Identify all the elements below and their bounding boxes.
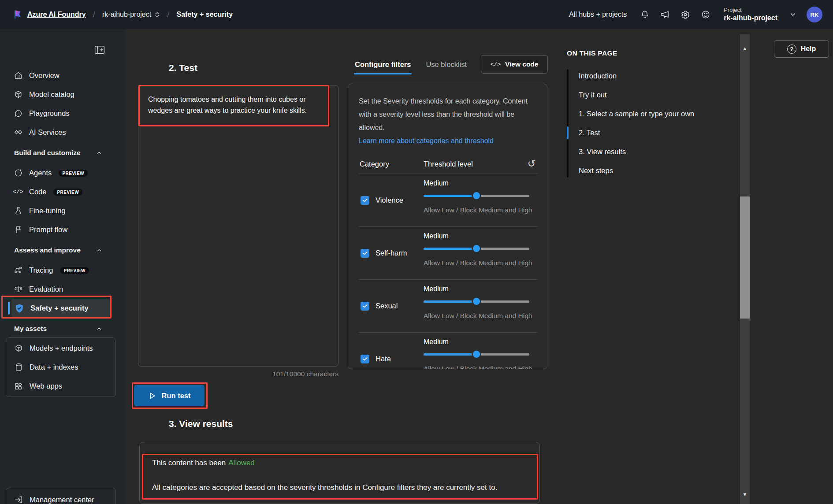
threshold-description: Allow Low / Block Medium and High [424,257,535,269]
sidebar-item-web-apps[interactable]: Web apps [6,377,115,396]
category-name: Sexual [376,302,398,310]
prompt-flow-icon [13,225,23,235]
sidebar-item-management-center[interactable]: Management center [6,490,115,504]
sidebar-item-tracing[interactable]: Tracing PREVIEW [0,261,125,280]
sidebar-item-overview[interactable]: Overview [0,66,125,85]
result-detail: All categories are accepted based on the… [152,482,539,493]
slider-thumb[interactable] [472,349,481,359]
preview-badge: PREVIEW [60,267,89,274]
toc-item-introduction[interactable]: Introduction [567,67,739,85]
result-status-prefix: This content has been [152,459,226,467]
scrollbar-up-arrow[interactable]: ▲ [740,46,750,51]
sidebar-item-label: Models + endpoints [30,344,93,352]
section-label: Assess and improve [14,246,81,254]
help-button[interactable]: ? Help [774,40,829,58]
check-icon [362,356,368,362]
sidebar-section-build-and-customize[interactable]: Build and customize [0,142,125,163]
threshold-value: Medium [424,284,537,294]
sidebar-item-label: Code [29,188,46,196]
sidebar-item-label: Prompt flow [29,226,67,234]
sidebar-item-label: Web apps [30,382,62,390]
account-project-switcher[interactable]: Project rk-aihub-project [724,7,777,22]
sidebar-section-assess-and-improve[interactable]: Assess and improve [0,239,125,261]
left-navigation: Overview Model catalog Playgrounds AI Se… [0,29,125,504]
slider-thumb[interactable] [472,296,481,306]
notifications-bell-icon[interactable] [640,10,650,19]
sidebar-item-evaluation[interactable]: Evaluation [0,280,125,299]
section-heading-view-results: 3. View results [169,418,233,430]
filter-row-sexual: Sexual Medium Allow Low / Block Medium a… [359,280,537,333]
azure-ai-foundry-logo [12,9,23,20]
scrollbar-thumb[interactable] [740,196,750,319]
shield-check-icon [15,304,24,313]
slider-thumb[interactable] [472,191,481,200]
sidebar-item-playgrounds[interactable]: Playgrounds [0,104,125,123]
result-box: This content has beenAllowed All categor… [139,442,540,504]
diamonds-icon [13,128,23,137]
all-hubs-projects-link[interactable]: All hubs + projects [569,11,627,19]
result-status-line: This content has beenAllowed [152,457,539,469]
hate-threshold-slider[interactable] [424,349,529,359]
threshold-value: Medium [424,337,537,347]
learn-more-link[interactable]: Learn more about categories and threshol… [359,134,537,148]
reset-thresholds-icon[interactable]: ↺ [526,158,537,170]
view-code-label: View code [505,60,539,68]
brand-link[interactable]: Azure AI Foundry [27,11,86,19]
slider-thumb[interactable] [472,244,481,253]
page-scrollbar[interactable]: ▲ ▼ [740,34,750,504]
sexual-checkbox[interactable] [361,302,369,311]
sidebar-section-my-assets[interactable]: My assets [0,318,125,339]
sidebar-item-label: Model catalog [29,90,74,99]
view-code-button[interactable]: </> View code [481,55,548,74]
toc-item-test[interactable]: 2. Test [567,123,739,142]
threshold-description: Allow Low / Block Medium and High [424,363,535,369]
toc-item-next-steps[interactable]: Next steps [567,161,739,180]
play-icon [148,392,156,400]
breadcrumb-project[interactable]: rk-aihub-project [102,11,160,19]
self-harm-threshold-slider[interactable] [424,244,529,253]
section-label: My assets [14,325,47,333]
violence-threshold-slider[interactable] [424,191,529,200]
collapse-sidebar-icon[interactable] [94,45,105,55]
question-circle-icon: ? [787,44,796,54]
settings-gear-icon[interactable] [681,10,690,19]
sidebar-item-models-endpoints[interactable]: Models + endpoints [6,339,115,358]
run-test-button[interactable]: Run test [134,385,205,406]
self-harm-checkbox[interactable] [361,249,369,258]
scrollbar-down-arrow[interactable]: ▼ [740,492,750,497]
tab-configure-filters[interactable]: Configure filters [355,59,411,74]
hate-checkbox[interactable] [361,355,369,363]
sidebar-item-ai-services[interactable]: AI Services [0,123,125,142]
avatar[interactable]: RK [807,7,822,22]
feedback-smiley-icon[interactable] [701,10,710,19]
sidebar-item-safety-security[interactable]: Safety + security [11,299,110,318]
sidebar-item-agents[interactable]: Agents PREVIEW [0,163,125,182]
character-counter: 101/10000 characters [138,370,338,378]
help-label: Help [801,45,816,53]
chevron-down-icon[interactable] [789,11,797,19]
severity-intro-text: Set the Severity thresholds for each cat… [359,95,537,134]
tab-use-blocklist[interactable]: Use blocklist [426,59,467,74]
preview-badge: PREVIEW [59,170,88,177]
announcements-megaphone-icon[interactable] [660,10,670,19]
sidebar-item-prompt-flow[interactable]: Prompt flow [0,220,125,239]
column-category: Category [359,160,424,168]
breadcrumb-separator: / [167,10,169,19]
toc-item-view-results[interactable]: 3. View results [567,142,739,161]
sidebar-item-model-catalog[interactable]: Model catalog [0,85,125,104]
sidebar-item-label: Evaluation [29,285,63,293]
threshold-table-header: Category Threshold level ↺ [359,158,537,170]
sidebar-item-fine-tuning[interactable]: Fine-tuning [0,201,125,220]
toc-item-select-sample[interactable]: 1. Select a sample or type your own [567,104,739,123]
threshold-description: Allow Low / Block Medium and High [424,310,535,322]
toc-item-try-it-out[interactable]: Try it out [567,85,739,104]
sexual-threshold-slider[interactable] [424,296,529,306]
sample-text-input[interactable]: Chopping tomatoes and cutting them into … [138,85,338,367]
configure-filters-panel: Set the Severity thresholds for each cat… [348,84,547,369]
sidebar-item-label: Overview [29,71,60,80]
violence-checkbox[interactable] [361,196,369,205]
sidebar-item-data-indexes[interactable]: Data + indexes [6,358,115,377]
threshold-description: Allow Low / Block Medium and High [424,204,535,216]
sidebar-item-code[interactable]: </> Code PREVIEW [0,182,125,201]
account-label: Project [724,7,777,14]
